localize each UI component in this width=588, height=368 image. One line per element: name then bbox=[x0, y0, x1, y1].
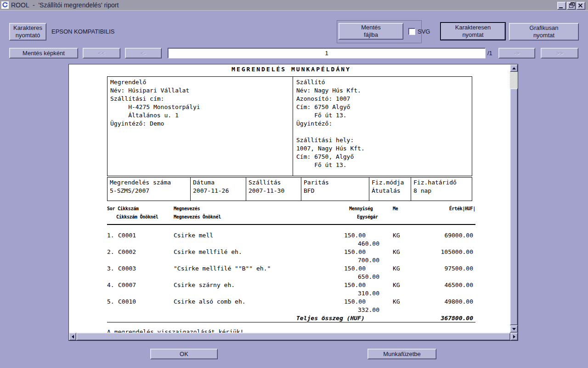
scroll-right-button[interactable] bbox=[510, 333, 518, 340]
info-value: 2007-11-30 bbox=[249, 187, 301, 195]
vertical-scroll-track[interactable] bbox=[510, 72, 518, 88]
order-info-table: Megrendelés száma 5-SZMS/2007 Dátuma 200… bbox=[107, 177, 472, 201]
customer-line: Megrendelő bbox=[110, 78, 293, 86]
item-unit: KG bbox=[393, 231, 400, 240]
info-value: 2007-11-26 bbox=[193, 187, 246, 195]
print-character-button[interactable]: Karakteresen nyomtat bbox=[440, 22, 506, 40]
info-cell: Megrendelés száma 5-SZMS/2007 bbox=[107, 178, 191, 201]
item-value: 105000.00 bbox=[441, 248, 473, 256]
last-page-button[interactable]: >> bbox=[541, 48, 578, 58]
page-count-label: /1 bbox=[487, 50, 492, 57]
item-number: 2. bbox=[107, 248, 114, 256]
item-name: Csirke szárny eh. bbox=[174, 281, 235, 289]
prev-page-button[interactable]: <- bbox=[125, 48, 162, 58]
supplier-line: 1007, Nagy Hús Kft. bbox=[296, 144, 472, 153]
character-printer-button[interactable]: Karakteres nyomtató bbox=[9, 23, 46, 40]
horizontal-scrollbar[interactable] bbox=[69, 333, 518, 340]
table-row: 3. C0003 "Csirke mellfilé ""B"" eh." 150… bbox=[107, 264, 475, 281]
info-label: Fiz.módja bbox=[372, 178, 411, 187]
save-as-image-button[interactable]: Mentés képként bbox=[9, 48, 78, 58]
down-arrow-icon bbox=[512, 328, 516, 330]
scroll-down-button[interactable] bbox=[510, 325, 518, 333]
item-value: 69000.00 bbox=[444, 231, 473, 240]
right-arrow-icon bbox=[513, 335, 515, 339]
item-code: C0010 bbox=[118, 298, 136, 306]
supplier-box: Szállító Név: Nagy Hús Kft. Azonosító: 1… bbox=[294, 77, 472, 176]
info-cell: Fiz.határidő 8 nap bbox=[411, 178, 472, 201]
supplier-line: Név: Nagy Hús Kft. bbox=[296, 86, 472, 95]
clipped-footer-text: A megrendelés visszaigazolását kérjük! bbox=[107, 328, 475, 333]
table-row: 4. C0007 Csirke szárny eh. 150.00 KG 465… bbox=[107, 281, 475, 298]
info-label: Dátuma bbox=[193, 178, 246, 187]
item-value: 46500.00 bbox=[444, 281, 473, 289]
svg-checkbox-label[interactable]: SVG bbox=[418, 28, 430, 35]
supplier-line: Cím: 6750 Algyő bbox=[296, 103, 472, 111]
item-qty: 150.00 bbox=[344, 264, 366, 273]
item-name: "Csirke mellfilé ""B"" eh." bbox=[174, 264, 271, 273]
column-label: Mennyiség bbox=[349, 206, 373, 211]
table-row: 5. C0010 Csirke alsó comb eh. 150.00 KG … bbox=[107, 298, 475, 314]
header-rule bbox=[107, 224, 475, 225]
customer-line: Név: Húsipari Vállalat bbox=[110, 86, 293, 95]
info-value: BFD bbox=[304, 187, 369, 195]
info-value: 8 nap bbox=[413, 187, 472, 195]
total-value: 367800.00 bbox=[441, 314, 473, 322]
item-number: 5. bbox=[107, 298, 114, 306]
column-label: Megnevezés Önöknél bbox=[174, 214, 221, 219]
item-name: Csirke mell bbox=[174, 231, 213, 240]
item-code: C0003 bbox=[118, 264, 136, 273]
supplier-line: Fő út 13. bbox=[296, 161, 472, 169]
horizontal-scroll-thumb[interactable] bbox=[76, 333, 510, 340]
info-cell: Paritás BFD bbox=[301, 178, 369, 201]
item-unit-price: 332.00 bbox=[358, 306, 379, 314]
info-cell: Dátuma 2007-11-26 bbox=[191, 178, 246, 201]
rool-logo-icon bbox=[1, 1, 9, 9]
item-number: 4. bbox=[107, 281, 114, 289]
report-title: MEGRENDELÉS MUNKAPÉLDÁNY bbox=[107, 66, 475, 73]
info-cell: Szállítás 2007-11-30 bbox=[246, 178, 301, 201]
item-unit: KG bbox=[393, 264, 400, 273]
item-unit-price: 460.00 bbox=[358, 240, 379, 248]
printer-name-label: EPSON KOMPATIBILIS bbox=[51, 28, 115, 35]
item-unit-price: 650.00 bbox=[358, 273, 379, 281]
next-page-button[interactable]: -> bbox=[498, 48, 535, 58]
print-graphic-button[interactable]: Grafikusan nyomtat bbox=[509, 23, 579, 40]
vertical-scroll-thumb[interactable] bbox=[510, 88, 518, 325]
column-label: Egységár bbox=[357, 214, 378, 219]
item-unit-price: 310.00 bbox=[358, 289, 379, 298]
column-label: Sor Cikkszám bbox=[107, 206, 139, 211]
left-arrow-icon bbox=[72, 335, 74, 339]
ok-button[interactable]: OK bbox=[150, 349, 218, 359]
workbook-button[interactable]: Munkafüzetbe bbox=[368, 349, 436, 359]
up-arrow-icon bbox=[512, 67, 516, 69]
svg-checkbox[interactable] bbox=[408, 28, 415, 35]
info-label: Szállítás bbox=[249, 178, 301, 187]
info-value: Átutalás bbox=[372, 187, 411, 195]
item-name: Csirke alsó comb eh. bbox=[174, 298, 246, 306]
supplier-line: Szállítási hely: bbox=[296, 136, 472, 144]
restore-icon bbox=[569, 4, 573, 8]
save-to-file-button[interactable]: Mentés fájlba bbox=[339, 23, 403, 40]
close-button[interactable] bbox=[577, 2, 585, 10]
scroll-up-button[interactable] bbox=[510, 64, 518, 72]
table-header-row1: Sor Cikkszám Megnevezés Mennyiség Me Ért… bbox=[107, 206, 475, 213]
minimize-button[interactable] bbox=[557, 2, 566, 10]
item-unit: KG bbox=[393, 248, 400, 256]
vertical-scrollbar[interactable] bbox=[510, 64, 518, 333]
scroll-left-button[interactable] bbox=[69, 333, 76, 340]
info-value: 5-SZMS/2007 bbox=[110, 187, 190, 195]
first-page-button[interactable]: << bbox=[83, 48, 120, 58]
table-row: 1. C0001 Csirke mell 150.00 KG 69000.00 … bbox=[107, 231, 475, 248]
titlebar: ROOL - 'Szállítói megrendelés' riport bbox=[0, 0, 588, 11]
total-label: Teljes összeg (HUF) bbox=[296, 314, 365, 322]
restore-button[interactable] bbox=[567, 2, 576, 10]
item-code: C0002 bbox=[118, 248, 136, 256]
info-cell: Fiz.módja Átutalás bbox=[369, 178, 411, 201]
window-title: ROOL - 'Szállítói megrendelés' riport bbox=[11, 1, 119, 9]
column-label: Me bbox=[393, 206, 398, 211]
address-boxes: Megrendelő Név: Húsipari Vállalat Szállí… bbox=[107, 76, 472, 176]
page-number-input[interactable] bbox=[168, 48, 486, 58]
table-header-row2: Cikkszám Önöknél Megnevezés Önöknél Egys… bbox=[107, 214, 475, 221]
customer-line: Általános u. 1 bbox=[110, 111, 293, 120]
column-label: Érték|HUF| bbox=[449, 206, 475, 211]
